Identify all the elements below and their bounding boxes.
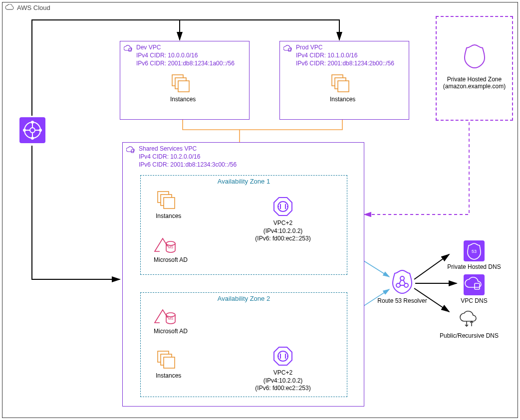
- shared-vpc-ipv6: IPv6 CIDR: 2001:db8:1234:3c00::/56: [139, 161, 237, 169]
- dev-vpc: Dev VPC IPv4 CIDR: 10.0.0.0/16 IPv6 CIDR…: [120, 41, 250, 120]
- vpc-icon: [126, 145, 136, 155]
- svg-point-6: [39, 129, 42, 132]
- vpc-icon: [283, 43, 293, 53]
- shared-vpc-name: Shared Services VPC: [139, 145, 237, 153]
- route53-resolver-icon: [389, 268, 416, 295]
- availability-zone-2: Availability Zone 2 MS Microsoft AD Inst…: [140, 292, 347, 397]
- svg-rect-11: [129, 48, 131, 51]
- internet-dns-icon: [459, 309, 480, 330]
- vpc-dns-icon: [464, 274, 485, 295]
- az2-vpc2-label: VPC+2: [273, 369, 292, 376]
- dev-vpc-header: Dev VPC IPv4 CIDR: 10.0.0.0/16 IPv6 CIDR…: [120, 41, 249, 70]
- svg-point-27: [166, 313, 175, 317]
- ec2-instances-icon: [170, 74, 192, 94]
- svg-line-38: [403, 280, 405, 284]
- dev-instances-label: Instances: [170, 96, 196, 104]
- shared-vpc-header: Shared Services VPC IPv4 CIDR: 10.2.0.0/…: [123, 143, 364, 171]
- prod-vpc-ipv4: IPv4 CIDR: 10.1.0.0/16: [296, 51, 394, 59]
- hosted-zone-title: Private Hosted Zone: [447, 76, 502, 83]
- resolver-endpoint-icon: [272, 196, 294, 217]
- shared-vpc-ipv4: IPv4 CIDR: 10.2.0.0/16: [139, 153, 237, 161]
- availability-zone-1: Availability Zone 1 Instances MS Microso…: [140, 175, 347, 275]
- svg-point-5: [23, 129, 26, 132]
- resolver-label: Route 53 Resolver: [377, 297, 427, 305]
- route53-icon: 53: [464, 240, 485, 261]
- az1-microsoft-ad: MS Microsoft AD: [154, 236, 188, 264]
- prod-instances: Instances: [330, 74, 355, 104]
- ec2-instances-icon: [330, 74, 352, 94]
- dev-vpc-ipv6: IPv6 CIDR: 2001:db8:1234:1a00::/56: [136, 59, 235, 67]
- aws-cloud-label: AWS Cloud: [2, 2, 53, 13]
- prod-instances-label: Instances: [330, 96, 355, 104]
- hosted-zone-domain: (amazon.example.com): [443, 83, 506, 90]
- vpc-dns-label: VPC DNS: [454, 297, 494, 305]
- svg-text:MS: MS: [168, 317, 174, 320]
- microsoft-ad-icon: MS: [154, 236, 179, 254]
- az2-instances: Instances: [156, 350, 181, 380]
- az1-instances: Instances: [156, 191, 181, 220]
- svg-text:MS: MS: [168, 245, 174, 249]
- svg-line-37: [399, 280, 401, 284]
- prod-vpc: Prod VPC IPv4 CIDR: 10.1.0.0/16 IPv6 CID…: [279, 41, 409, 120]
- svg-point-26: [278, 202, 288, 211]
- svg-rect-18: [338, 81, 349, 92]
- az2-vpc2-ipv4: (IPv4:10.2.0.2): [263, 377, 303, 384]
- svg-point-23: [166, 241, 175, 245]
- az1-title: Availability Zone 1: [141, 178, 347, 185]
- svg-point-3: [31, 121, 34, 124]
- az1-ad-label: Microsoft AD: [154, 256, 188, 264]
- svg-text:53: 53: [472, 249, 477, 254]
- aws-cloud-text: AWS Cloud: [17, 4, 50, 11]
- dev-vpc-name: Dev VPC: [136, 43, 235, 51]
- az2-vpc-plus-2: VPC+2 (IPv4:10.2.0.2) (IPv6: fd00:ec2::2…: [253, 345, 313, 393]
- public-dns-label: Public/Recursive DNS: [434, 332, 504, 340]
- vpc-dns: VPC DNS: [454, 274, 494, 305]
- az1-vpc-plus-2: VPC+2 (IPv4:10.2.0.2) (IPv6: fd00:ec2::2…: [253, 196, 313, 243]
- route53-resolver: Route 53 Resolver: [377, 268, 427, 305]
- svg-marker-32: [274, 347, 292, 365]
- prod-vpc-header: Prod VPC IPv4 CIDR: 10.1.0.0/16 IPv6 CID…: [280, 41, 409, 70]
- svg-rect-14: [178, 81, 189, 92]
- az1-vpc2-ipv6: (IPv6: fd00:ec2::253): [255, 235, 310, 242]
- svg-rect-31: [164, 357, 175, 368]
- ec2-instances-icon: [156, 191, 178, 210]
- svg-rect-22: [164, 198, 175, 209]
- prod-vpc-name: Prod VPC: [296, 43, 394, 51]
- az2-ad-label: Microsoft AD: [154, 328, 188, 336]
- private-dns-label: Private Hosted DNS: [444, 263, 504, 271]
- svg-point-4: [31, 137, 34, 140]
- az2-title: Availability Zone 2: [141, 295, 347, 302]
- az1-instances-label: Instances: [156, 212, 181, 220]
- vpc-icon: [123, 43, 133, 53]
- transit-gateway-icon: [19, 117, 45, 143]
- shared-vpc: Shared Services VPC IPv4 CIDR: 10.2.0.0/…: [122, 142, 364, 407]
- private-hosted-zone: Private Hosted Zone (amazon.example.com): [436, 16, 513, 121]
- svg-rect-19: [131, 150, 134, 153]
- public-recursive-dns: Public/Recursive DNS: [434, 309, 504, 340]
- cloud-icon: [5, 4, 15, 11]
- hosted-zone-icon: [437, 42, 512, 70]
- ec2-instances-icon: [156, 350, 178, 370]
- microsoft-ad-icon: MS: [154, 308, 179, 326]
- dev-vpc-ipv4: IPv4 CIDR: 10.0.0.0/16: [136, 51, 235, 59]
- az2-microsoft-ad: MS Microsoft AD: [154, 308, 188, 336]
- dev-instances: Instances: [170, 74, 196, 104]
- resolver-endpoint-icon: [272, 345, 294, 367]
- svg-point-33: [278, 351, 288, 361]
- az1-vpc2-ipv4: (IPv4:10.2.0.2): [263, 227, 303, 234]
- transit-gateway: [19, 117, 45, 143]
- svg-marker-25: [274, 198, 292, 215]
- az2-instances-label: Instances: [156, 372, 181, 380]
- prod-vpc-ipv6: IPv6 CIDR: 2001:db8:1234:2b00::/56: [296, 59, 394, 67]
- private-hosted-dns: 53 Private Hosted DNS: [444, 240, 504, 271]
- az2-vpc2-ipv6: (IPv6: fd00:ec2::253): [255, 385, 310, 392]
- az1-vpc2-label: VPC+2: [273, 219, 292, 226]
- svg-rect-15: [288, 48, 291, 51]
